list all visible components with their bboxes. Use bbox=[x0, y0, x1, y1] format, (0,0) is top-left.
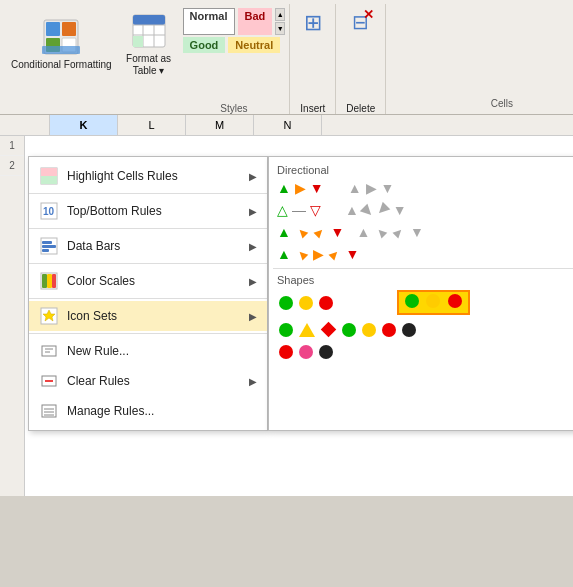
highlight-label: Highlight Cells Rules bbox=[67, 169, 241, 183]
iconset-dir-row1[interactable]: ▲ ▶ ▼ ▲ ▶ ▼ bbox=[269, 177, 573, 199]
circle-black-2 bbox=[319, 345, 333, 359]
circle-green-3 bbox=[342, 323, 356, 337]
menu-item-iconsets[interactable]: Icon Sets ▶ bbox=[29, 301, 267, 331]
svg-rect-20 bbox=[42, 245, 56, 248]
colorscales-arrow: ▶ bbox=[249, 276, 257, 287]
corner-cell bbox=[25, 115, 50, 135]
conditional-formatting-button[interactable]: Conditional Formatting bbox=[4, 4, 119, 84]
arrow-diagdown-orange: ▲ bbox=[324, 243, 345, 264]
menu-item-databars[interactable]: Data Bars ▶ bbox=[29, 231, 267, 261]
shapes-row1[interactable] bbox=[269, 287, 573, 318]
svg-rect-19 bbox=[42, 241, 52, 244]
iconset-dir-row4[interactable]: ▲ ▲ ▶ ▲ ▼ bbox=[269, 243, 573, 265]
arrow-up-gray2: ▲ bbox=[345, 202, 359, 218]
svg-rect-2 bbox=[62, 22, 76, 36]
style-dropdown-up[interactable]: ▲ bbox=[275, 8, 285, 21]
primary-menu: Highlight Cells Rules ▶ 10 Top/Bottom Ru… bbox=[28, 156, 268, 431]
iconsets-arrow: ▶ bbox=[249, 311, 257, 322]
styles-label: Styles bbox=[183, 101, 286, 114]
svg-text:10: 10 bbox=[43, 206, 55, 217]
svg-rect-28 bbox=[42, 346, 56, 356]
clearrules-arrow: ▶ bbox=[249, 376, 257, 387]
circle-green-2 bbox=[279, 323, 293, 337]
menu-item-newrule[interactable]: New Rule... bbox=[29, 336, 267, 366]
menu-item-colorscales[interactable]: Color Scales ▶ bbox=[29, 266, 267, 296]
ribbon: Conditional Formatting Format asTable ▾ … bbox=[0, 0, 573, 115]
arrow-up-gray3: ▲ bbox=[356, 224, 370, 240]
menu-item-clearrules[interactable]: Clear Rules ▶ bbox=[29, 366, 267, 396]
arrow-up-outline: △ bbox=[277, 202, 288, 218]
row-1: 1 bbox=[0, 136, 24, 156]
arrow-right-orange2: ▲ bbox=[309, 221, 330, 242]
svg-rect-1 bbox=[46, 22, 60, 36]
iconsets-label: Icon Sets bbox=[67, 309, 241, 323]
sep4 bbox=[29, 298, 267, 299]
format-as-table-button[interactable]: Format asTable ▾ bbox=[119, 4, 179, 84]
circle-green-1 bbox=[279, 296, 293, 310]
circle-green-h bbox=[405, 294, 419, 308]
style-good[interactable]: Good bbox=[183, 37, 226, 53]
circle-black bbox=[402, 323, 416, 337]
sep5 bbox=[29, 333, 267, 334]
cf-icon bbox=[41, 17, 81, 57]
svg-rect-25 bbox=[52, 274, 56, 288]
style-neutral[interactable]: Neutral bbox=[228, 37, 280, 53]
triangle-yellow bbox=[299, 323, 315, 337]
svg-rect-7 bbox=[133, 15, 165, 25]
newrule-icon bbox=[39, 341, 59, 361]
insert-label[interactable]: Insert bbox=[300, 103, 325, 114]
delete-icon: ⊟ ✕ bbox=[352, 10, 369, 34]
shapes-row2[interactable] bbox=[269, 318, 573, 341]
sep1 bbox=[29, 193, 267, 194]
arrow-right-orange: ▶ bbox=[295, 180, 306, 196]
circle-yellow-h bbox=[426, 294, 440, 308]
iconset-dir-row3[interactable]: ▲ ▲ ▲ ▼ ▲ ▲ ▲ ▼ bbox=[269, 221, 573, 243]
menu-item-managerules[interactable]: Manage Rules... bbox=[29, 396, 267, 426]
arrow-down-col3: ▼ bbox=[331, 224, 345, 240]
iconsets-icon bbox=[39, 306, 59, 326]
colorscales-label: Color Scales bbox=[67, 274, 241, 288]
cells-label: Cells bbox=[491, 98, 513, 109]
style-normal[interactable]: Normal bbox=[183, 8, 235, 35]
managerules-label: Manage Rules... bbox=[67, 404, 257, 418]
circle-pink bbox=[299, 345, 313, 359]
svg-rect-15 bbox=[41, 176, 57, 184]
circle-red-3 bbox=[382, 323, 396, 337]
delete-label[interactable]: Delete bbox=[346, 103, 375, 114]
svg-rect-24 bbox=[47, 274, 52, 288]
col-header-row: K L M N bbox=[0, 115, 573, 136]
row-2: 2 bbox=[0, 156, 24, 176]
col-header-k: K bbox=[50, 115, 118, 135]
dash-gray: — bbox=[292, 202, 306, 218]
directional-title: Directional bbox=[269, 161, 573, 177]
svg-rect-21 bbox=[42, 249, 49, 252]
iconsets-submenu: Directional ▲ ▶ ▼ ▲ ▶ ▼ △ — ▽ ▲ ▶ ▶ ▼ bbox=[268, 156, 573, 431]
style-dropdown-down[interactable]: ▼ bbox=[275, 22, 285, 35]
circle-yellow-1 bbox=[299, 296, 313, 310]
circle-red-4 bbox=[279, 345, 293, 359]
cf-label: Conditional Formatting bbox=[11, 59, 112, 71]
topbottom-label: Top/Bottom Rules bbox=[67, 204, 241, 218]
style-bad[interactable]: Bad bbox=[238, 8, 273, 35]
arrow-down-gray3: ▼ bbox=[410, 224, 424, 240]
databars-arrow: ▶ bbox=[249, 241, 257, 252]
iconset-dir-row2[interactable]: △ — ▽ ▲ ▶ ▶ ▼ bbox=[269, 199, 573, 221]
colorscales-icon bbox=[39, 271, 59, 291]
newrule-label: New Rule... bbox=[67, 344, 257, 358]
shapes-row3[interactable] bbox=[269, 341, 573, 363]
col-header-m: M bbox=[186, 115, 254, 135]
arrow-down-gray2: ▼ bbox=[393, 202, 407, 218]
menu-item-topbottom[interactable]: 10 Top/Bottom Rules ▶ bbox=[29, 196, 267, 226]
highlight-arrow: ▶ bbox=[249, 171, 257, 182]
databars-label: Data Bars bbox=[67, 239, 241, 253]
menu-item-highlight[interactable]: Highlight Cells Rules ▶ bbox=[29, 161, 267, 191]
svg-rect-14 bbox=[41, 168, 57, 176]
fat-label: Format asTable ▾ bbox=[126, 53, 171, 77]
diamond-red bbox=[321, 322, 337, 338]
arrow-down-outline: ▽ bbox=[310, 202, 321, 218]
clearrules-icon bbox=[39, 371, 59, 391]
highlighted-group bbox=[397, 290, 470, 315]
arrow-right-gray2: ▲ bbox=[389, 221, 410, 242]
arrow-down-red: ▼ bbox=[310, 180, 324, 196]
arrow-up-gray1: ▲ bbox=[348, 180, 362, 196]
